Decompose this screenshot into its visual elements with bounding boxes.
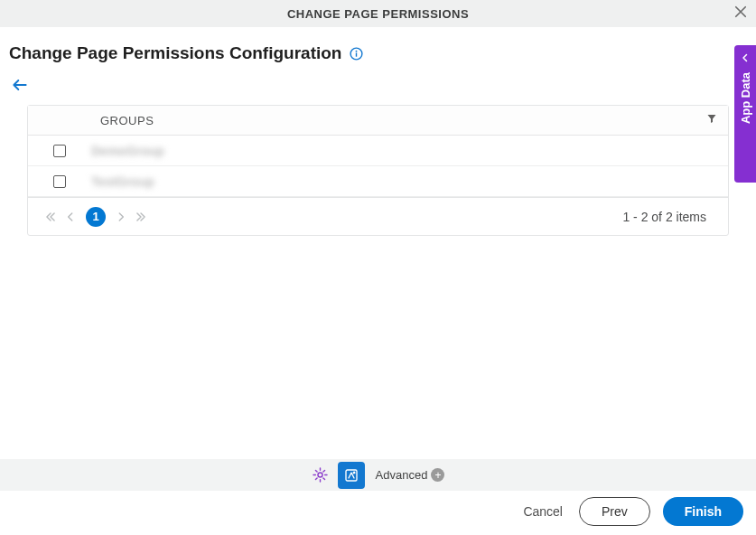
group-name-cell: TestGroup bbox=[91, 174, 154, 189]
bottom-toolbar: Advanced + bbox=[0, 459, 756, 491]
pager-next-button[interactable] bbox=[111, 211, 131, 223]
groups-column-header[interactable]: GROUPS bbox=[91, 114, 154, 127]
layout-icon bbox=[343, 467, 359, 483]
chevrons-left-icon bbox=[44, 211, 57, 223]
row-checkbox[interactable] bbox=[53, 145, 66, 157]
close-icon bbox=[733, 4, 749, 20]
chevrons-right-icon bbox=[135, 211, 147, 223]
advanced-label-text: Advanced bbox=[376, 468, 428, 482]
arrow-left-icon bbox=[11, 76, 29, 94]
table-row[interactable]: DemoGroup bbox=[28, 136, 728, 166]
svg-point-1 bbox=[356, 50, 358, 52]
chevron-left-icon bbox=[740, 52, 751, 63]
back-button[interactable] bbox=[0, 72, 40, 105]
pager-prev-button[interactable] bbox=[61, 211, 80, 223]
table-header-row: GROUPS bbox=[28, 106, 728, 136]
gear-icon bbox=[312, 466, 329, 483]
dialog-title: CHANGE PAGE PERMISSIONS bbox=[287, 7, 469, 21]
page-title-row: Change Page Permissions Configuration bbox=[0, 27, 756, 72]
table-row[interactable]: TestGroup bbox=[28, 166, 728, 197]
prev-button[interactable]: Prev bbox=[579, 497, 650, 526]
groups-table: GROUPS DemoGroup TestGroup 1 1 - 2 of 2 … bbox=[27, 105, 729, 236]
chevron-right-icon bbox=[115, 211, 127, 223]
filter-icon bbox=[706, 112, 717, 125]
pager-first-button[interactable] bbox=[41, 211, 61, 223]
page-title: Change Page Permissions Configuration bbox=[9, 43, 341, 63]
close-button[interactable] bbox=[733, 4, 749, 23]
pagination-bar: 1 1 - 2 of 2 items bbox=[28, 197, 728, 235]
filter-button[interactable] bbox=[706, 112, 717, 128]
settings-button[interactable] bbox=[312, 466, 329, 483]
advanced-toggle[interactable]: Advanced + bbox=[376, 468, 445, 482]
svg-rect-2 bbox=[356, 52, 357, 56]
current-page-badge[interactable]: 1 bbox=[86, 207, 106, 227]
finish-button[interactable]: Finish bbox=[663, 497, 743, 526]
pagination-info: 1 - 2 of 2 items bbox=[622, 210, 715, 224]
chevron-left-icon bbox=[64, 211, 77, 223]
app-data-panel-toggle[interactable]: App Data bbox=[734, 45, 756, 183]
footer-button-row: Cancel Prev Finish bbox=[519, 497, 743, 526]
row-checkbox[interactable] bbox=[53, 175, 66, 188]
dialog-header: CHANGE PAGE PERMISSIONS bbox=[0, 0, 756, 27]
app-data-label: App Data bbox=[739, 72, 752, 124]
layout-button[interactable] bbox=[338, 462, 365, 489]
svg-point-3 bbox=[318, 473, 322, 477]
row-checkbox-cell bbox=[28, 175, 91, 188]
cancel-button[interactable]: Cancel bbox=[519, 499, 566, 524]
info-icon[interactable] bbox=[349, 46, 364, 61]
group-name-cell: DemoGroup bbox=[91, 144, 164, 158]
pager-last-button[interactable] bbox=[131, 211, 151, 223]
svg-rect-4 bbox=[346, 470, 357, 481]
row-checkbox-cell bbox=[28, 145, 91, 157]
plus-circle-icon: + bbox=[431, 468, 444, 482]
